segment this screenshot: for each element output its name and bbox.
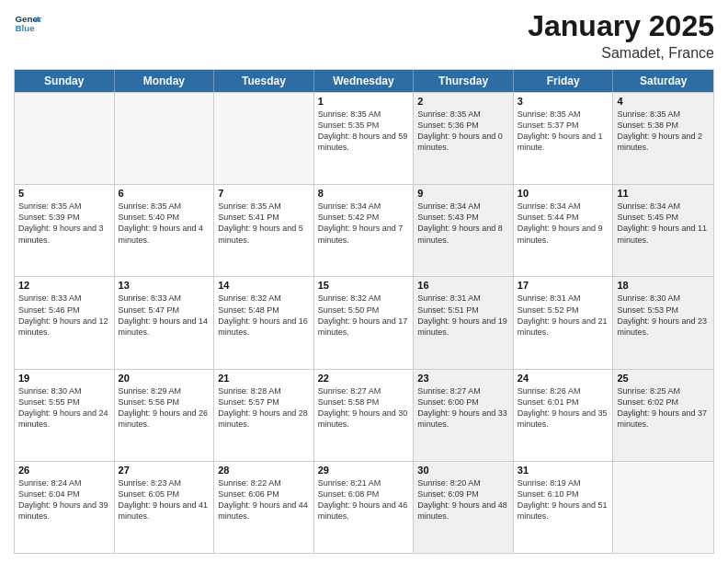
calendar-cell (115, 93, 215, 184)
cell-info: Sunrise: 8:34 AM Sunset: 5:45 PM Dayligh… (617, 201, 710, 246)
calendar-cell: 4Sunrise: 8:35 AM Sunset: 5:38 PM Daylig… (613, 93, 713, 184)
header: General Blue January 2025 Samadet, Franc… (14, 9, 714, 62)
cell-info: Sunrise: 8:32 AM Sunset: 5:50 PM Dayligh… (318, 293, 410, 338)
day-number: 8 (318, 188, 410, 199)
weekday-header: Thursday (414, 70, 514, 92)
day-number: 5 (18, 188, 110, 199)
calendar-row: 12Sunrise: 8:33 AM Sunset: 5:46 PM Dayli… (15, 276, 713, 368)
day-number: 3 (518, 96, 609, 107)
day-number: 31 (518, 465, 609, 476)
cell-info: Sunrise: 8:31 AM Sunset: 5:51 PM Dayligh… (417, 293, 509, 338)
location-title: Samadet, France (528, 45, 714, 62)
calendar-row: 1Sunrise: 8:35 AM Sunset: 5:35 PM Daylig… (15, 92, 713, 184)
calendar-cell: 2Sunrise: 8:35 AM Sunset: 5:36 PM Daylig… (414, 93, 514, 184)
cell-info: Sunrise: 8:35 AM Sunset: 5:41 PM Dayligh… (218, 201, 310, 246)
calendar-cell: 8Sunrise: 8:34 AM Sunset: 5:42 PM Daylig… (314, 185, 415, 276)
calendar-cell (15, 93, 115, 184)
weekday-header: Monday (115, 70, 215, 92)
day-number: 10 (518, 188, 609, 199)
calendar-cell: 5Sunrise: 8:35 AM Sunset: 5:39 PM Daylig… (15, 185, 115, 276)
day-number: 9 (417, 188, 509, 199)
day-number: 2 (417, 96, 509, 107)
calendar-cell: 11Sunrise: 8:34 AM Sunset: 5:45 PM Dayli… (613, 185, 713, 276)
calendar-cell: 23Sunrise: 8:27 AM Sunset: 6:00 PM Dayli… (414, 370, 514, 461)
svg-text:Blue: Blue (16, 23, 36, 33)
day-number: 16 (417, 280, 509, 291)
day-number: 14 (218, 280, 310, 291)
calendar-cell: 9Sunrise: 8:34 AM Sunset: 5:43 PM Daylig… (414, 185, 514, 276)
day-number: 6 (119, 188, 210, 199)
cell-info: Sunrise: 8:27 AM Sunset: 6:00 PM Dayligh… (417, 385, 509, 431)
cell-info: Sunrise: 8:21 AM Sunset: 6:08 PM Dayligh… (318, 477, 410, 523)
day-number: 15 (318, 280, 410, 291)
cell-info: Sunrise: 8:25 AM Sunset: 6:02 PM Dayligh… (617, 385, 710, 431)
calendar-cell: 26Sunrise: 8:24 AM Sunset: 6:04 PM Dayli… (15, 462, 115, 553)
cell-info: Sunrise: 8:34 AM Sunset: 5:44 PM Dayligh… (518, 201, 609, 246)
cell-info: Sunrise: 8:26 AM Sunset: 6:01 PM Dayligh… (518, 385, 609, 431)
day-number: 23 (417, 373, 509, 384)
calendar-cell: 7Sunrise: 8:35 AM Sunset: 5:41 PM Daylig… (214, 185, 314, 276)
day-number: 27 (119, 465, 210, 476)
cell-info: Sunrise: 8:29 AM Sunset: 5:56 PM Dayligh… (119, 385, 210, 431)
calendar-cell: 29Sunrise: 8:21 AM Sunset: 6:08 PM Dayli… (314, 462, 415, 553)
cell-info: Sunrise: 8:19 AM Sunset: 6:10 PM Dayligh… (518, 477, 609, 523)
calendar-row: 5Sunrise: 8:35 AM Sunset: 5:39 PM Daylig… (15, 184, 713, 276)
day-number: 30 (417, 465, 509, 476)
cell-info: Sunrise: 8:28 AM Sunset: 5:57 PM Dayligh… (218, 385, 310, 431)
cell-info: Sunrise: 8:30 AM Sunset: 5:53 PM Dayligh… (617, 293, 710, 338)
day-number: 26 (18, 465, 110, 476)
day-number: 29 (318, 465, 410, 476)
day-number: 25 (617, 373, 710, 384)
calendar-row: 19Sunrise: 8:30 AM Sunset: 5:55 PM Dayli… (15, 369, 713, 461)
calendar: SundayMondayTuesdayWednesdayThursdayFrid… (14, 69, 714, 554)
day-number: 22 (318, 373, 410, 384)
day-number: 17 (518, 280, 609, 291)
calendar-cell: 21Sunrise: 8:28 AM Sunset: 5:57 PM Dayli… (214, 370, 314, 461)
calendar-cell: 12Sunrise: 8:33 AM Sunset: 5:46 PM Dayli… (15, 277, 115, 368)
weekday-header: Wednesday (314, 70, 415, 92)
logo: General Blue (14, 9, 41, 37)
cell-info: Sunrise: 8:31 AM Sunset: 5:52 PM Dayligh… (518, 293, 609, 338)
calendar-cell: 20Sunrise: 8:29 AM Sunset: 5:56 PM Dayli… (115, 370, 215, 461)
cell-info: Sunrise: 8:35 AM Sunset: 5:35 PM Dayligh… (318, 109, 410, 154)
day-number: 13 (119, 280, 210, 291)
calendar-cell: 30Sunrise: 8:20 AM Sunset: 6:09 PM Dayli… (414, 462, 514, 553)
day-number: 11 (617, 188, 710, 199)
cell-info: Sunrise: 8:33 AM Sunset: 5:47 PM Dayligh… (119, 293, 210, 338)
cell-info: Sunrise: 8:34 AM Sunset: 5:43 PM Dayligh… (417, 201, 509, 246)
calendar-cell: 25Sunrise: 8:25 AM Sunset: 6:02 PM Dayli… (613, 370, 713, 461)
calendar-cell: 10Sunrise: 8:34 AM Sunset: 5:44 PM Dayli… (514, 185, 614, 276)
weekday-header: Sunday (15, 70, 115, 92)
calendar-page: General Blue January 2025 Samadet, Franc… (0, 0, 728, 563)
day-number: 1 (318, 96, 410, 107)
cell-info: Sunrise: 8:23 AM Sunset: 6:05 PM Dayligh… (119, 477, 210, 523)
calendar-header: SundayMondayTuesdayWednesdayThursdayFrid… (15, 70, 713, 92)
day-number: 24 (518, 373, 609, 384)
title-block: January 2025 Samadet, France (528, 9, 714, 62)
calendar-cell: 28Sunrise: 8:22 AM Sunset: 6:06 PM Dayli… (214, 462, 314, 553)
month-title: January 2025 (528, 9, 714, 43)
weekday-header: Saturday (613, 70, 713, 92)
cell-info: Sunrise: 8:32 AM Sunset: 5:48 PM Dayligh… (218, 293, 310, 338)
cell-info: Sunrise: 8:30 AM Sunset: 5:55 PM Dayligh… (18, 385, 110, 431)
calendar-cell (613, 462, 713, 553)
calendar-cell: 3Sunrise: 8:35 AM Sunset: 5:37 PM Daylig… (514, 93, 614, 184)
day-number: 4 (617, 96, 710, 107)
calendar-cell: 6Sunrise: 8:35 AM Sunset: 5:40 PM Daylig… (115, 185, 215, 276)
cell-info: Sunrise: 8:34 AM Sunset: 5:42 PM Dayligh… (318, 201, 410, 246)
weekday-header: Tuesday (214, 70, 314, 92)
cell-info: Sunrise: 8:33 AM Sunset: 5:46 PM Dayligh… (18, 293, 110, 338)
cell-info: Sunrise: 8:20 AM Sunset: 6:09 PM Dayligh… (417, 477, 509, 523)
calendar-body: 1Sunrise: 8:35 AM Sunset: 5:35 PM Daylig… (15, 92, 713, 553)
calendar-cell: 14Sunrise: 8:32 AM Sunset: 5:48 PM Dayli… (214, 277, 314, 368)
calendar-cell (214, 93, 314, 184)
day-number: 19 (18, 373, 110, 384)
cell-info: Sunrise: 8:27 AM Sunset: 5:58 PM Dayligh… (318, 385, 410, 431)
day-number: 20 (119, 373, 210, 384)
day-number: 7 (218, 188, 310, 199)
cell-info: Sunrise: 8:35 AM Sunset: 5:37 PM Dayligh… (518, 109, 609, 154)
calendar-cell: 22Sunrise: 8:27 AM Sunset: 5:58 PM Dayli… (314, 370, 415, 461)
calendar-cell: 16Sunrise: 8:31 AM Sunset: 5:51 PM Dayli… (414, 277, 514, 368)
calendar-row: 26Sunrise: 8:24 AM Sunset: 6:04 PM Dayli… (15, 461, 713, 553)
calendar-cell: 31Sunrise: 8:19 AM Sunset: 6:10 PM Dayli… (514, 462, 614, 553)
